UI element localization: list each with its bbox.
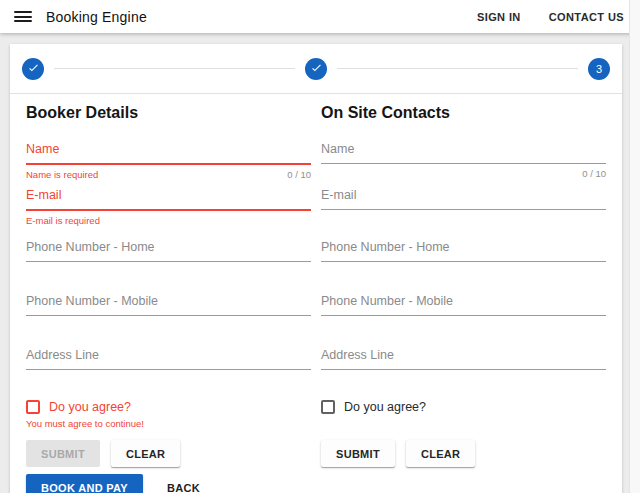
booker-address-underline	[26, 369, 311, 370]
onsite-phone-mobile-underline	[321, 315, 606, 316]
menu-icon[interactable]	[14, 9, 32, 25]
onsite-email-label: E-mail	[321, 188, 606, 202]
booker-phone-mobile-underline	[26, 315, 311, 316]
onsite-name-counter: 0 / 10	[582, 168, 606, 179]
booker-email-input[interactable]: E-mail E-mail is required	[26, 188, 311, 234]
onsite-submit-button[interactable]: SUBMIT	[321, 440, 395, 467]
check-icon	[310, 61, 323, 76]
onsite-phone-home-underline	[321, 261, 606, 262]
booker-name-counter: 0 / 10	[287, 169, 311, 180]
scrollbar[interactable]	[629, 0, 640, 493]
stepper: 3	[10, 44, 622, 94]
onsite-phone-home-label: Phone Number - Home	[321, 240, 606, 254]
book-and-pay-button[interactable]: BOOK AND PAY	[26, 474, 143, 493]
step-connector	[337, 68, 578, 69]
booker-submit-button[interactable]: SUBMIT	[26, 440, 100, 467]
booking-card: 3 Booker Details Name Name is required 0…	[10, 44, 622, 493]
contact-us-link[interactable]: CONTACT US	[549, 11, 624, 23]
booker-agree-error: You must agree to continue!	[26, 419, 311, 429]
onsite-email-input[interactable]: E-mail	[321, 188, 606, 234]
back-button[interactable]: BACK	[167, 482, 200, 493]
booker-agree-checkbox[interactable]	[26, 400, 40, 414]
app-title: Booking Engine	[46, 9, 147, 25]
sign-in-link[interactable]: SIGN IN	[477, 11, 521, 23]
booker-address-label: Address Line	[26, 348, 311, 362]
booker-clear-button[interactable]: CLEAR	[111, 440, 180, 467]
onsite-agree-label[interactable]: Do you agree?	[344, 400, 426, 414]
step-3-number: 3	[596, 63, 602, 75]
step-3-active[interactable]: 3	[588, 58, 610, 80]
check-icon	[27, 61, 40, 76]
form-area: Booker Details Name Name is required 0 /…	[10, 94, 622, 493]
onsite-agree-checkbox[interactable]	[321, 400, 335, 414]
onsite-contacts-section: On Site Contacts Name 0 / 10 E-mail Phon…	[321, 104, 606, 493]
onsite-address-input[interactable]: Address Line	[321, 348, 606, 394]
booker-phone-home-label: Phone Number - Home	[26, 240, 311, 254]
booker-phone-home-input[interactable]: Phone Number - Home	[26, 240, 311, 286]
booker-details-heading: Booker Details	[26, 104, 311, 122]
app-bar: Booking Engine SIGN IN CONTACT US	[0, 0, 640, 33]
booker-address-input[interactable]: Address Line	[26, 348, 311, 394]
booker-phone-home-underline	[26, 261, 311, 262]
booker-phone-mobile-label: Phone Number - Mobile	[26, 294, 311, 308]
booker-name-label: Name	[26, 142, 311, 156]
onsite-contacts-heading: On Site Contacts	[321, 104, 606, 122]
onsite-agree-block: Do you agree?	[321, 400, 606, 432]
onsite-address-label: Address Line	[321, 348, 606, 362]
onsite-clear-button[interactable]: CLEAR	[406, 440, 475, 467]
booker-agree-label[interactable]: Do you agree?	[49, 400, 131, 414]
topbar-links: SIGN IN CONTACT US	[477, 11, 624, 23]
booker-email-error: E-mail is required	[26, 215, 100, 226]
onsite-address-underline	[321, 369, 606, 370]
booker-email-label: E-mail	[26, 188, 311, 202]
booker-agree-block: Do you agree? You must agree to continue…	[26, 400, 311, 432]
onsite-email-underline	[321, 209, 606, 210]
onsite-name-input[interactable]: Name 0 / 10	[321, 142, 606, 188]
booker-details-section: Booker Details Name Name is required 0 /…	[26, 104, 311, 493]
onsite-phone-mobile-input[interactable]: Phone Number - Mobile	[321, 294, 606, 340]
onsite-phone-mobile-label: Phone Number - Mobile	[321, 294, 606, 308]
step-2-completed[interactable]	[305, 58, 327, 80]
step-1-completed[interactable]	[22, 58, 44, 80]
step-connector	[54, 68, 295, 69]
booker-name-input[interactable]: Name Name is required 0 / 10	[26, 142, 311, 188]
booker-phone-mobile-input[interactable]: Phone Number - Mobile	[26, 294, 311, 340]
booker-name-error: Name is required	[26, 169, 98, 180]
onsite-phone-home-input[interactable]: Phone Number - Home	[321, 240, 606, 286]
onsite-name-label: Name	[321, 142, 606, 156]
